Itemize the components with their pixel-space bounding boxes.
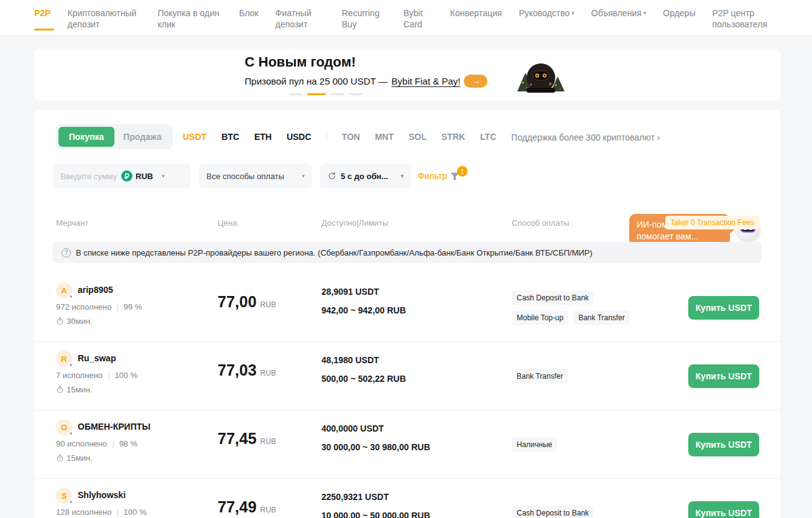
- nav-item-p2p-user-center[interactable]: P2P центр пользователя: [712, 8, 782, 30]
- offer-price: 77,03RUB: [218, 361, 276, 379]
- tab-strk[interactable]: STRK: [441, 132, 465, 142]
- avatar[interactable]: S: [56, 488, 72, 504]
- tab-usdt[interactable]: USDT: [183, 132, 206, 142]
- limit-range: 942,00 ~ 942,00 RUB: [321, 305, 406, 315]
- payment-window: 15мин.: [56, 453, 92, 463]
- taker-fee-badge: Taker 0 Transaction Fees: [665, 216, 759, 229]
- offer-list: A arip8905 972 исполнено|99 % 30мин. 77,…: [34, 274, 780, 518]
- banner-arrow-button[interactable]: →: [464, 75, 487, 88]
- tab-btc[interactable]: BTC: [221, 132, 239, 142]
- chevron-down-icon: ▾: [400, 173, 404, 179]
- ai-tooltip-line2: помогает вам...: [637, 231, 722, 243]
- chevron-down-icon: ▾: [644, 10, 647, 16]
- payment-methods: Cash Deposit to Bank Mobile Top-up Bank …: [512, 274, 655, 341]
- tab-ltc[interactable]: LTC: [480, 132, 496, 142]
- divider: |: [116, 302, 118, 312]
- region-notice-text: В списке ниже представлены P2P-провайдер…: [76, 248, 593, 257]
- filter-count-badge: 1: [457, 166, 468, 177]
- tab-sol[interactable]: SOL: [408, 132, 427, 142]
- carousel-dots: [288, 93, 488, 95]
- orders-count: 128 исполнено: [56, 507, 111, 517]
- merchant-name[interactable]: ОБМЕН-КРИПТЫ: [78, 422, 150, 432]
- sell-tab[interactable]: Продажа: [114, 132, 170, 142]
- completion-rate: 99 %: [124, 302, 142, 312]
- avatar[interactable]: О: [56, 419, 72, 435]
- col-price: Цена: [218, 218, 237, 228]
- buy-usdt-button[interactable]: Купить USDT: [688, 433, 759, 456]
- stopwatch-icon: [56, 386, 64, 394]
- payment-method-dropdown[interactable]: Все способы оплаты ▾: [199, 164, 312, 188]
- payment-methods: Наличные: [512, 410, 655, 478]
- limit-range: 500,00 ~ 502,22 RUB: [321, 374, 406, 384]
- limit-range: 10 000,00 ~ 50 000,00 RUB: [321, 511, 430, 518]
- payment-tag: Bank Transfer: [573, 310, 630, 325]
- banner-link[interactable]: Bybit Fiat & Pay!: [392, 76, 461, 86]
- active-tab-underline: [34, 29, 54, 30]
- avatar-letter: О: [61, 423, 67, 432]
- nav-item-block[interactable]: Блок: [239, 8, 258, 19]
- tab-ton[interactable]: TON: [342, 132, 360, 142]
- merchant-name[interactable]: Shlyhowski: [78, 490, 126, 500]
- price-value: 77,03: [218, 361, 257, 379]
- available-amount: 400,0000 USDT: [321, 423, 430, 433]
- table-row: S Shlyhowski 128 исполнено|100 % 77,49RU…: [34, 479, 780, 518]
- buy-usdt-button[interactable]: Купить USDT: [688, 296, 759, 320]
- payment-tag: Наличные: [512, 437, 557, 452]
- nav-item-one-click-buy[interactable]: Покупка в один клик: [157, 8, 222, 30]
- available-limits: 48,1980 USDT500,00 ~ 502,22 RUB: [321, 355, 406, 384]
- merchant-stats: 7 исполнено|100 %: [56, 371, 137, 380]
- refresh-dropdown[interactable]: 5 с до обн... ▾: [320, 164, 411, 188]
- buy-tab[interactable]: Покупка: [58, 127, 114, 147]
- table-header: Мерчант Цена Доступно|Лимиты Способ опла…: [34, 218, 780, 231]
- carousel-dot[interactable]: [288, 93, 302, 95]
- avatar[interactable]: R: [56, 351, 72, 367]
- p2p-page: P2P Криптовалютный депозит Покупка в оди…: [0, 0, 812, 518]
- tab-eth[interactable]: ETH: [254, 132, 272, 142]
- payment-window-value: 15мин.: [67, 453, 92, 463]
- crypto-tabs: USDT BTC ETH USDC TON MNT SOL STRK LTC П…: [183, 124, 660, 149]
- nav-item-p2p[interactable]: P2P: [34, 8, 50, 19]
- carousel-dot-active[interactable]: [307, 93, 326, 95]
- available-limits: 400,0000 USDT30 000,00 ~ 30 980,00 RUB: [321, 423, 430, 452]
- completion-rate: 100 %: [114, 371, 137, 380]
- limit-range: 30 000,00 ~ 30 980,00 RUB: [321, 442, 430, 452]
- amount-input[interactable]: [60, 172, 121, 181]
- nav-item-crypto-deposit[interactable]: Криптовалютный депозит: [67, 8, 141, 30]
- region-notice: ? В списке ниже представлены P2P-провайд…: [53, 242, 762, 263]
- more-cryptos-link[interactable]: Поддержка более 300 криптовалют›: [511, 132, 660, 142]
- banner-title: С Новым годом!: [245, 54, 488, 70]
- stopwatch-icon: [56, 454, 64, 462]
- nav-item-convert[interactable]: Конвертация: [450, 8, 502, 19]
- amount-input-group: RUB ▾: [53, 164, 191, 188]
- col-payment-method: Способ оплаты: [512, 218, 570, 228]
- payment-window: 15мин.: [56, 385, 92, 394]
- chevron-right-icon: ›: [657, 132, 660, 142]
- payment-window-value: 30мин.: [67, 317, 92, 326]
- nav-item-ads[interactable]: Объявления▾: [591, 8, 647, 19]
- buy-usdt-button[interactable]: Купить USDT: [688, 501, 759, 518]
- carousel-dot[interactable]: [349, 93, 363, 95]
- price-value: 77,00: [218, 293, 257, 310]
- nav-item-guide[interactable]: Руководство▾: [519, 8, 574, 19]
- merchant-stats: 90 исполнено|98 %: [56, 439, 137, 448]
- avatar[interactable]: A: [56, 282, 72, 298]
- nav-item-fiat-deposit[interactable]: Фиатный депозит: [275, 8, 325, 30]
- merchant-name[interactable]: Ru_swap: [78, 353, 116, 363]
- nav-guide-label: Руководство: [519, 8, 570, 18]
- tab-usdc[interactable]: USDC: [287, 132, 311, 142]
- offer-price: 77,49RUB: [218, 498, 276, 516]
- nav-item-recurring-buy[interactable]: Recurring Buy: [342, 8, 387, 30]
- currency-selected[interactable]: RUB: [136, 172, 153, 181]
- merchant-name[interactable]: arip8905: [78, 285, 113, 295]
- nav-item-orders[interactable]: Ордеры: [663, 8, 695, 19]
- col-available-limits: Доступно|Лимиты: [321, 218, 388, 228]
- payment-tag: Bank Transfer: [512, 369, 568, 384]
- carousel-dot[interactable]: [331, 93, 344, 95]
- buy-usdt-button[interactable]: Купить USDT: [688, 364, 759, 388]
- promo-banner[interactable]: С Новым годом! Призовой пул на 25 000 US…: [34, 49, 780, 101]
- payment-methods: Cash Deposit to Bank: [512, 479, 655, 518]
- status-dot-icon: [68, 431, 73, 436]
- nav-item-bybit-card[interactable]: Bybit Card: [404, 8, 433, 30]
- tab-mnt[interactable]: MNT: [375, 132, 394, 142]
- filter-button[interactable]: Фильтр 1: [418, 170, 468, 182]
